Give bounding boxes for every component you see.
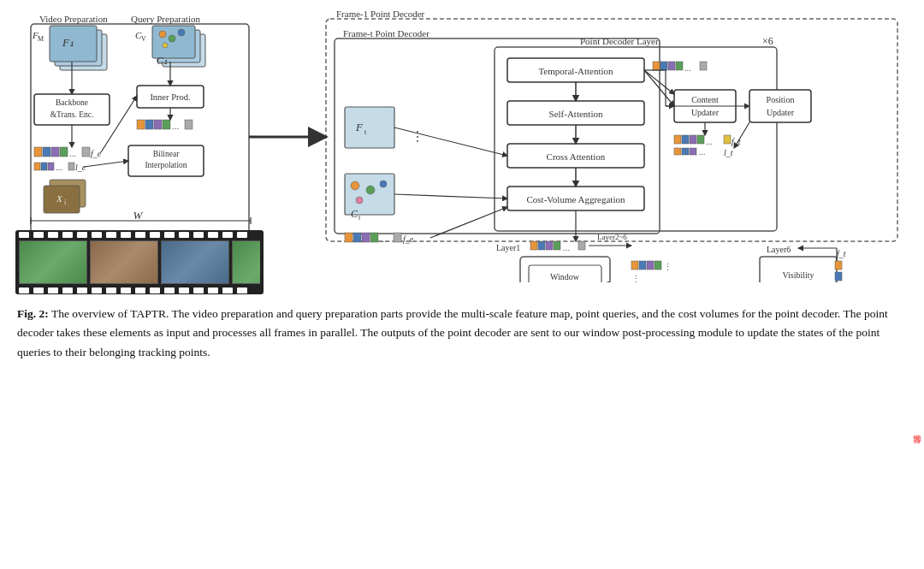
layer6-label: Layer6 (767, 245, 791, 254)
out-c-3 (690, 135, 696, 144)
frame1-label: Frame-1 Point Decoder (336, 9, 425, 19)
backbone-label1: Backbone (56, 98, 88, 107)
hole (208, 232, 218, 238)
hole (33, 232, 44, 238)
hole (77, 287, 87, 293)
pdl-label: Point Decoder Layer (580, 36, 659, 46)
hole (208, 287, 218, 293)
hole (62, 232, 73, 238)
film-frame-3 (161, 240, 229, 284)
hole (33, 287, 44, 293)
caption-text: The overview of TAPTR. The video prepara… (17, 307, 888, 359)
hole (92, 232, 102, 238)
layer1-1 (530, 241, 537, 250)
hole (164, 232, 175, 238)
vis-feat-dots2: ⋮ (631, 274, 641, 282)
ct-label: C (351, 208, 358, 220)
hole (135, 287, 145, 293)
ft-fe-gray (394, 233, 401, 242)
out-l-3 (690, 148, 696, 155)
frmet-label: Frame-t Point Decoder (343, 28, 429, 39)
film-frame-2 (90, 240, 158, 284)
hole (164, 287, 175, 293)
le-label-text: l_e (75, 163, 86, 172)
feat-ta-3 (668, 62, 675, 70)
ct-dot3 (380, 181, 387, 187)
film-frame-1 (19, 240, 87, 284)
ft-fe-label: f_e (403, 234, 414, 244)
lt-label: l_t (724, 148, 733, 157)
feat-ta-1 (653, 62, 660, 70)
hole (237, 287, 247, 293)
cv-s4 (163, 120, 170, 129)
hole (222, 287, 233, 293)
cv-s2 (145, 120, 153, 129)
hole (179, 232, 189, 238)
le-3 (48, 163, 54, 170)
bilinear-label2: Interpolation (145, 161, 187, 169)
hole (62, 287, 73, 293)
feat-ta-2 (660, 62, 667, 70)
out-l-1 (674, 148, 681, 155)
content-updater-label1: Content (691, 95, 719, 104)
hole (48, 287, 58, 293)
bilinear-label1: Bilinear (153, 150, 180, 158)
cv-gray (185, 120, 192, 129)
fe-3 (51, 147, 59, 157)
film-strip: ... (15, 230, 264, 294)
vis-feat-1 (631, 261, 638, 270)
hole (222, 232, 233, 238)
fe-1 (34, 147, 42, 157)
layer1-3 (546, 241, 553, 250)
window-pp-label1: Window (550, 272, 580, 282)
hole (150, 232, 160, 238)
out-c-1 (674, 135, 681, 144)
film-strip-container: ... (15, 227, 264, 287)
right-col-1 (835, 261, 842, 270)
hole (193, 287, 204, 293)
out-c-dots: ... (706, 137, 713, 146)
vis-class-label2: Classifier (782, 282, 815, 282)
hole (19, 287, 29, 293)
fe-4 (60, 147, 68, 157)
cv-s1 (137, 120, 145, 129)
c1-dot1 (159, 31, 166, 38)
hole (135, 232, 145, 238)
arrow-pos-down (734, 122, 749, 148)
c1-dot2 (169, 35, 175, 42)
c1-dot3 (178, 29, 185, 36)
c1-dot4 (163, 43, 168, 48)
ct-dot1 (351, 181, 359, 190)
page-container: Frame-1 Point Decoder Frame-t Point Deco… (0, 0, 924, 569)
cv-dots: ... (172, 121, 180, 131)
w-label: W (133, 209, 144, 222)
feat-ta-gray (700, 62, 707, 70)
le-dots: ... (56, 162, 63, 172)
ft-fe-3 (362, 233, 370, 242)
ft-right-label: f_t (837, 249, 846, 258)
film-holes-bottom (15, 286, 264, 294)
vis-feat-dots: ⋮ (663, 262, 672, 272)
backbone-label2: &Trans. Enc. (50, 110, 94, 119)
out-c-5 (724, 135, 731, 144)
hole (106, 287, 116, 293)
fe-gray (82, 147, 90, 157)
out-c-2 (682, 135, 689, 144)
film-holes-top (15, 230, 264, 239)
vis-feat-3 (647, 261, 654, 270)
arrow-le-bilinear (84, 161, 128, 167)
hole (92, 287, 102, 293)
hole (121, 232, 131, 238)
ft-fe-1 (345, 233, 352, 242)
layer1-label: Layer1 (496, 243, 520, 252)
vis-feat-2 (639, 261, 646, 270)
out-l-dots: ... (699, 147, 706, 157)
vis-class-label1: Visibility (782, 270, 814, 280)
ft-fe-2 (353, 233, 361, 242)
layer2-6-label: Layer2~6 (597, 233, 627, 241)
le-1 (34, 163, 40, 170)
hole (106, 232, 116, 238)
fm-sub: M (38, 35, 44, 43)
content-updater-label2: Updater (691, 108, 720, 117)
feat-ta-dots: ... (684, 63, 691, 73)
